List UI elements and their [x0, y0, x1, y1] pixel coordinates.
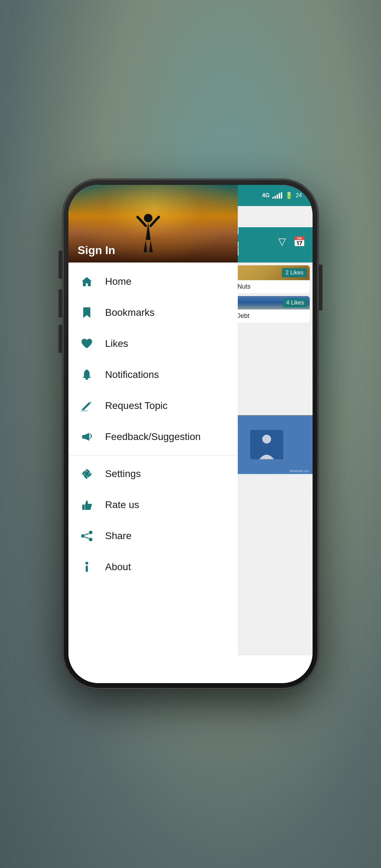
navigation-drawer: Sign In Home [68, 185, 238, 683]
signal-bar-2 [274, 196, 276, 199]
menu-list: Home Bookmarks [68, 263, 238, 683]
svg-point-16 [89, 531, 92, 534]
person-silhouette-svg [136, 212, 161, 254]
signal-bar-1 [272, 197, 274, 199]
signal-4g-icon: 4G [262, 192, 270, 199]
phone-device: 12:31 💬 •• 4G 🔋 24 [64, 180, 318, 688]
heart-icon [79, 336, 95, 351]
svg-point-17 [81, 534, 85, 538]
svg-point-9 [85, 378, 88, 380]
menu-item-settings[interactable]: Settings [68, 458, 238, 489]
menu-label-home: Home [105, 276, 132, 287]
menu-item-likes[interactable]: Likes [68, 328, 238, 359]
drawer-header: Sign In [68, 185, 238, 263]
bookmark-icon [79, 305, 95, 320]
signal-bar-3 [277, 194, 278, 199]
menu-item-about[interactable]: About [68, 551, 238, 583]
app-bar-icons: ▽ 📅 [238, 227, 313, 255]
svg-rect-20 [86, 566, 88, 572]
menu-item-notifications[interactable]: Notifications [68, 359, 238, 390]
debt-likes-wrapper: 4 Likes [283, 298, 308, 307]
signal-bar-4 [279, 193, 280, 199]
menu-label-settings: Settings [105, 468, 141, 480]
menu-item-bookmarks[interactable]: Bookmarks [68, 297, 238, 328]
settings-icon [79, 466, 95, 482]
svg-point-18 [89, 538, 92, 541]
battery-level: 24 [296, 192, 302, 199]
calendar-icon[interactable]: 📅 [293, 236, 306, 247]
menu-item-request-topic[interactable]: Request Topic [68, 390, 238, 421]
drawer-sign-in[interactable]: Sign In [78, 244, 115, 257]
menu-label-bookmarks: Bookmarks [105, 307, 155, 318]
signal-bars [272, 192, 282, 199]
signal-bar-5 [281, 192, 282, 199]
svg-rect-15 [82, 505, 85, 510]
debt-likes-badge: 4 Likes [283, 298, 308, 307]
menu-label-likes: Likes [105, 338, 128, 349]
svg-point-19 [85, 562, 88, 565]
share-icon [79, 528, 95, 544]
menu-label-share: Share [105, 530, 132, 542]
svg-point-8 [144, 214, 152, 222]
info-icon [79, 559, 95, 575]
nuts-likes-text: 2 Likes [285, 270, 303, 276]
bell-icon [79, 367, 95, 382]
svg-rect-10 [81, 411, 88, 411]
menu-item-home[interactable]: Home [68, 266, 238, 297]
battery-icon: 🔋 [285, 192, 293, 199]
drawer-header-person [136, 212, 161, 255]
filter-icon[interactable]: ▽ [278, 236, 286, 247]
menu-label-about: About [105, 561, 131, 573]
menu-label-feedback: Feedback/Suggestion [105, 431, 201, 442]
pencil-icon [79, 398, 95, 414]
menu-item-feedback[interactable]: Feedback/Suggestion [68, 421, 238, 452]
megaphone-icon [79, 429, 95, 445]
menu-label-notifications: Notifications [105, 369, 159, 380]
svg-rect-11 [82, 435, 84, 439]
menu-item-rate-us[interactable]: Rate us [68, 489, 238, 520]
nuts-likes-badge: 2 Likes [282, 268, 307, 277]
menu-label-request-topic: Request Topic [105, 400, 168, 411]
status-bar-right: 4G 🔋 24 [262, 192, 302, 199]
debt-likes-text: 4 Likes [286, 300, 304, 306]
thumbs-up-icon [79, 497, 95, 513]
svg-point-14 [85, 472, 88, 475]
menu-item-share[interactable]: Share [68, 520, 238, 551]
menu-label-rate-us: Rate us [105, 499, 139, 511]
menu-divider [68, 455, 238, 456]
home-icon [79, 274, 95, 289]
phone-screen: 12:31 💬 •• 4G 🔋 24 [68, 185, 313, 683]
